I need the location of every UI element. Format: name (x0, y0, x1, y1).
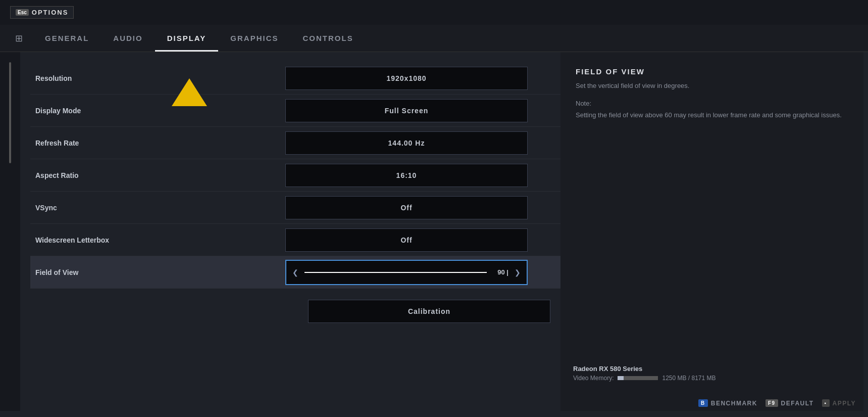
aspect-ratio-control: 16:10 (263, 164, 550, 187)
widescreen-letterbox-dropdown[interactable]: Off (285, 228, 528, 252)
refresh-rate-dropdown[interactable]: 144.00 Hz (285, 131, 528, 155)
up-arrow-indicator (172, 78, 207, 106)
resolution-control: 1920x1080 (263, 67, 550, 90)
apply-button[interactable]: ▪ APPLY (822, 399, 856, 407)
scroll-track (0, 52, 20, 411)
vsync-row: VSync Off (30, 192, 560, 224)
vram-bar-fill (618, 376, 624, 380)
widescreen-letterbox-label: Widescreen Letterbox (30, 236, 263, 244)
display-mode-control: Full Screen (263, 99, 550, 122)
tab-audio[interactable]: AUDIO (101, 25, 155, 52)
slider-track[interactable] (304, 272, 487, 273)
default-label: DEFAULT (781, 400, 814, 407)
default-badge: F9 (765, 399, 778, 407)
action-buttons: B BENCHMARK F9 DEFAULT ▪ APPLY (698, 399, 856, 407)
field-of-view-row: Field of View ❮ 90 | ❯ (30, 256, 560, 289)
default-button[interactable]: F9 DEFAULT (765, 399, 814, 407)
slider-left-arrow[interactable]: ❮ (290, 268, 300, 276)
tab-graphics[interactable]: GRAPHICS (218, 25, 290, 52)
info-panel-note-text: Setting the field of view above 60 may r… (576, 110, 848, 121)
gpu-info-section: Radeon RX 580 Series Video Memory: 1250 … (573, 365, 856, 382)
vram-display: 1250 MB / 8171 MB (662, 375, 716, 382)
top-bar: Esc OPTIONS (0, 0, 868, 25)
resolution-dropdown[interactable]: 1920x1080 (285, 67, 528, 90)
esc-badge: Esc (16, 9, 29, 16)
benchmark-badge: B (698, 399, 708, 407)
tab-display[interactable]: DISPLAY (155, 25, 219, 52)
gpu-name: Radeon RX 580 Series (573, 365, 856, 373)
display-mode-dropdown[interactable]: Full Screen (285, 99, 528, 122)
aspect-ratio-dropdown[interactable]: 16:10 (285, 164, 528, 187)
field-of-view-slider-container: ❮ 90 | ❯ (285, 260, 528, 285)
info-panel-note-label: Note: (576, 100, 848, 107)
tab-general[interactable]: GENERAL (33, 25, 101, 52)
aspect-ratio-row: Aspect Ratio 16:10 (30, 159, 560, 192)
resolution-row: Resolution 1920x1080 (30, 62, 560, 95)
apply-label: APPLY (833, 400, 856, 407)
scroll-thumb[interactable] (9, 62, 11, 163)
apply-badge: ▪ (822, 399, 830, 407)
info-panel-title: FIELD OF VIEW (576, 67, 848, 76)
display-mode-row: Display Mode Full Screen (30, 95, 560, 127)
monitor-icon: ⊞ (15, 33, 23, 44)
right-panel: FIELD OF VIEW Set the vertical field of … (560, 52, 863, 411)
nav-tabs: ⊞ GENERAL AUDIO DISPLAY GRAPHICS CONTROL… (0, 25, 868, 52)
options-label: OPTIONS (32, 9, 69, 16)
display-mode-label: Display Mode (30, 107, 263, 115)
resolution-label: Resolution (30, 74, 263, 82)
widescreen-letterbox-row: Widescreen Letterbox Off (30, 224, 560, 256)
widescreen-letterbox-control: Off (263, 228, 550, 252)
benchmark-label: BENCHMARK (711, 400, 757, 407)
vsync-label: VSync (30, 204, 263, 212)
field-of-view-label: Field of View (30, 268, 263, 276)
slider-value: 90 | (491, 268, 508, 276)
info-panel-description: Set the vertical field of view in degree… (576, 81, 848, 91)
vram-label: Video Memory: (573, 375, 614, 382)
field-of-view-control: ❮ 90 | ❯ (263, 260, 550, 285)
settings-area: Resolution 1920x1080 Display Mode Full S… (20, 52, 560, 411)
esc-options-button[interactable]: Esc OPTIONS (10, 6, 74, 19)
vram-row: Video Memory: 1250 MB / 8171 MB (573, 375, 856, 382)
vsync-dropdown[interactable]: Off (285, 196, 528, 219)
vsync-control: Off (263, 196, 550, 219)
tab-controls[interactable]: CONTROLS (291, 25, 366, 52)
benchmark-button[interactable]: B BENCHMARK (698, 399, 757, 407)
calibration-button[interactable]: Calibration (308, 300, 550, 323)
refresh-rate-label: Refresh Rate (30, 139, 263, 147)
main-content: Resolution 1920x1080 Display Mode Full S… (0, 52, 868, 411)
refresh-rate-row: Refresh Rate 144.00 Hz (30, 127, 560, 159)
calibration-row: Calibration (30, 289, 560, 329)
slider-fill (304, 272, 487, 273)
slider-right-arrow[interactable]: ❯ (513, 268, 523, 276)
aspect-ratio-label: Aspect Ratio (30, 171, 263, 179)
vram-bar-track (618, 376, 658, 380)
refresh-rate-control: 144.00 Hz (263, 131, 550, 155)
